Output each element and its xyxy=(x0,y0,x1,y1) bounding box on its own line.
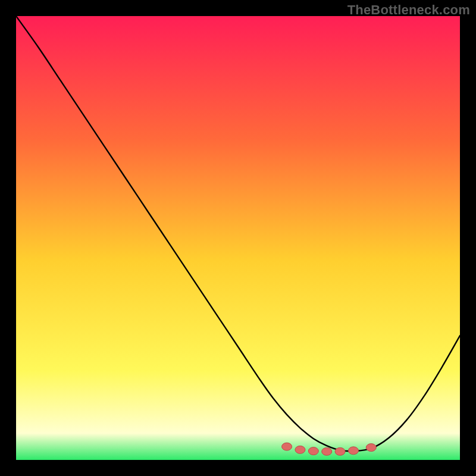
min-marker xyxy=(322,447,332,455)
min-marker xyxy=(366,444,376,452)
min-marker xyxy=(335,447,345,455)
bottleneck-chart xyxy=(16,16,460,460)
plot-area xyxy=(16,16,460,460)
gradient-background xyxy=(16,16,460,460)
min-marker xyxy=(282,443,292,450)
min-marker xyxy=(295,446,305,453)
chart-frame: TheBottleneck.com xyxy=(0,0,476,476)
min-marker xyxy=(348,447,358,455)
min-marker xyxy=(308,447,318,455)
